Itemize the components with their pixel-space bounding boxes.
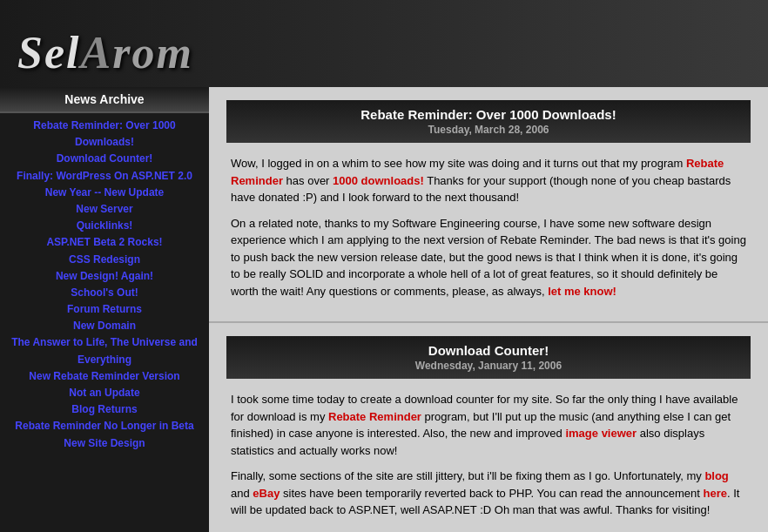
article-1: Rebate Reminder: Over 1000 Downloads! Tu…	[209, 87, 768, 323]
article-2: Download Counter! Wednesday, January 11,…	[209, 323, 768, 532]
sidebar-link-16[interactable]: Rebate Reminder No Longer in Beta	[4, 418, 205, 434]
sidebar-links: Rebate Reminder: Over 1000 Downloads!Dow…	[0, 113, 209, 456]
sidebar-link-9[interactable]: School's Out!	[4, 285, 205, 301]
sidebar-link-3[interactable]: New Year -- New Update	[4, 185, 205, 201]
article-paragraph-2-2: Finally, some sections of the site are s…	[231, 468, 746, 519]
rebate-reminder-link-2[interactable]: Rebate Reminder	[328, 410, 421, 423]
sidebar-link-8[interactable]: New Design! Again!	[4, 268, 205, 285]
sidebar-link-17[interactable]: New Site Design	[4, 435, 205, 452]
sidebar-header: News Archive	[0, 87, 209, 113]
article-title-2: Download Counter!	[235, 343, 742, 358]
here-link[interactable]: here	[704, 487, 727, 500]
main-content: Rebate Reminder: Over 1000 Downloads! Tu…	[209, 87, 768, 532]
article-paragraph-1-1: Wow, I logged in on a whim to see how my…	[231, 155, 746, 206]
site-logo: SelArom	[17, 27, 193, 78]
sidebar-link-13[interactable]: New Rebate Reminder Version	[4, 368, 205, 385]
sidebar-link-4[interactable]: New Server	[4, 201, 205, 218]
article-paragraph-2-1: I took some time today to create a downl…	[231, 391, 746, 459]
article-date-1: Tuesday, March 28, 2006	[235, 124, 742, 136]
article-date-2: Wednesday, January 11, 2006	[235, 360, 742, 372]
sidebar-link-10[interactable]: Forum Returns	[4, 301, 205, 318]
article-paragraph-1-2: On a related note, thanks to my Software…	[231, 215, 746, 300]
sidebar-link-11[interactable]: New Domain	[4, 318, 205, 334]
sidebar-link-0[interactable]: Rebate Reminder: Over 1000 Downloads!	[4, 118, 205, 151]
article-header-2: Download Counter! Wednesday, January 11,…	[226, 336, 751, 379]
sidebar-link-6[interactable]: ASP.NET Beta 2 Rocks!	[4, 234, 205, 251]
blog-link[interactable]: blog	[704, 469, 728, 482]
image-viewer-link[interactable]: image viewer	[565, 427, 637, 440]
rebate-reminder-link-1[interactable]: Rebate Reminder	[231, 157, 724, 187]
sidebar-title: News Archive	[64, 92, 144, 106]
article-title-1: Rebate Reminder: Over 1000 Downloads!	[235, 107, 742, 122]
sidebar-link-14[interactable]: Not an Update	[4, 385, 205, 401]
let-me-know-link[interactable]: let me know!	[548, 285, 616, 298]
ebay-link[interactable]: eBay	[253, 487, 280, 500]
sidebar-link-5[interactable]: Quicklinks!	[4, 218, 205, 234]
article-body-2: I took some time today to create a downl…	[226, 384, 751, 519]
sidebar-link-1[interactable]: Download Counter!	[4, 151, 205, 167]
sidebar-link-15[interactable]: Blog Returns	[4, 401, 205, 418]
article-body-1: Wow, I logged in on a whim to see how my…	[226, 148, 751, 300]
sidebar: News Archive Rebate Reminder: Over 1000 …	[0, 87, 209, 532]
sidebar-link-7[interactable]: CSS Redesign	[4, 252, 205, 268]
article-header-1: Rebate Reminder: Over 1000 Downloads! Tu…	[226, 100, 751, 143]
sidebar-link-12[interactable]: The Answer to Life, The Universe and Eve…	[4, 334, 205, 367]
sidebar-link-2[interactable]: Finally: WordPress On ASP.NET 2.0	[4, 168, 205, 185]
